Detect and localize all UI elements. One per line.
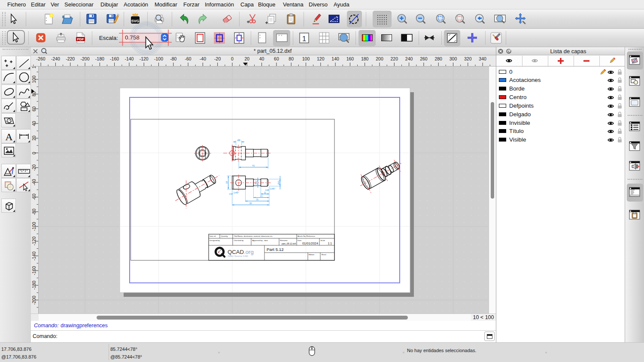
svg-text:1: 1 — [302, 35, 306, 43]
svg-text:21: 21 — [260, 195, 263, 197]
svg-text:Approved by - date: Approved by - date — [252, 239, 268, 241]
svg-text:Ø8: Ø8 — [237, 139, 240, 142]
svg-text:Item ref: Item ref — [210, 235, 216, 237]
svg-text:Checked by: Checked by — [234, 239, 244, 241]
svg-text:Date: Date — [298, 239, 302, 241]
svg-text:41: 41 — [252, 164, 255, 167]
svg-text:Title/Name, destination, mater: Title/Name, destination, material, dimen… — [234, 235, 273, 237]
svg-text:1:1: 1:1 — [328, 242, 332, 245]
svg-text:Filename: Filename — [280, 239, 288, 241]
svg-text:Quantity: Quantity — [221, 235, 228, 237]
svg-text:Sheet: Sheet — [322, 253, 327, 256]
svg-text:1x45°: 1x45° — [270, 187, 275, 190]
svg-text:Article No./Reference: Article No./Reference — [298, 235, 315, 237]
svg-text:11: 11 — [264, 191, 266, 194]
svg-text:Edition: Edition — [309, 253, 315, 256]
svg-text:50: 50 — [249, 202, 252, 205]
svg-text:Ø10: Ø10 — [277, 181, 280, 185]
svg-text:Open Source CAD: Open Source CAD — [228, 255, 248, 257]
svg-text:Scale: Scale — [321, 239, 325, 241]
svg-text:Designed by: Designed by — [210, 239, 220, 241]
svg-text:part_05.12.dxf: part_05.12.dxf — [282, 242, 296, 245]
svg-text:1x45°: 1x45° — [234, 191, 239, 194]
svg-text:18: 18 — [225, 181, 228, 184]
svg-text:01/01/2024: 01/01/2024 — [302, 241, 318, 245]
svg-text:A: A — [5, 131, 13, 142]
svg-text:31: 31 — [256, 198, 258, 201]
svg-text:QCAD.org: QCAD.org — [228, 249, 254, 255]
svg-text:PDF: PDF — [77, 37, 84, 41]
svg-text:Part 5.12: Part 5.12 — [267, 247, 284, 252]
svg-text:Ø12: Ø12 — [255, 181, 257, 185]
